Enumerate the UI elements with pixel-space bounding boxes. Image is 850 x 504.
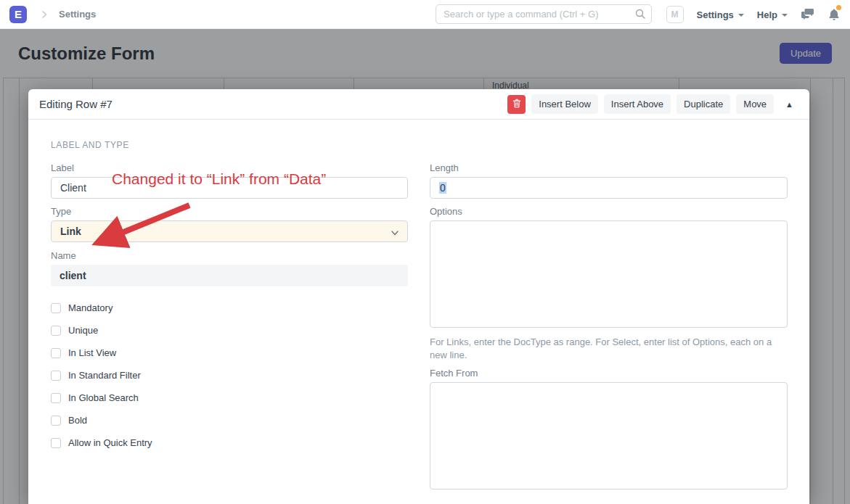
duplicate-button[interactable]: Duplicate	[677, 94, 730, 114]
chevron-up-icon: ▲	[785, 100, 793, 109]
chevron-down-icon	[782, 14, 788, 17]
navbar-right: M Settings Help	[666, 0, 840, 29]
insert-below-button[interactable]: Insert Below	[531, 94, 598, 114]
chevron-down-icon	[738, 14, 744, 17]
length-field-group: Length 0	[430, 162, 788, 199]
chevron-down-icon	[391, 228, 399, 239]
right-column: Length 0 Options For Links, enter the Do…	[430, 140, 788, 504]
collapse-row-button[interactable]: ▲	[780, 97, 799, 112]
section-heading: LABEL AND TYPE	[51, 140, 408, 150]
delete-row-button[interactable]	[507, 95, 526, 114]
options-field-group: Options	[430, 206, 788, 331]
move-button[interactable]: Move	[736, 94, 774, 114]
length-field-label: Length	[430, 162, 788, 173]
checkbox-row[interactable]: Allow in Quick Entry	[51, 431, 408, 454]
checkbox-label: In Global Search	[68, 392, 139, 403]
length-value-selected: 0	[439, 182, 446, 194]
left-column: LABEL AND TYPE Label Type Link Name	[51, 140, 408, 504]
checkbox-label: Bold	[68, 415, 87, 426]
checkbox-unchecked-icon[interactable]	[51, 393, 61, 403]
settings-dropdown-label: Settings	[697, 9, 734, 20]
user-avatar[interactable]: M	[666, 6, 684, 23]
settings-dropdown[interactable]: Settings	[697, 9, 744, 20]
checkbox-row[interactable]: Bold	[51, 409, 408, 431]
breadcrumb-chevron-icon	[38, 9, 50, 20]
checkbox-list: Mandatory Unique In List View	[51, 297, 408, 454]
name-field-label: Name	[51, 250, 408, 261]
type-field-label: Type	[51, 206, 408, 217]
checkbox-unchecked-icon[interactable]	[51, 303, 61, 313]
checkbox-row[interactable]: Mandatory	[51, 297, 408, 319]
checkbox-row[interactable]: Unique	[51, 319, 408, 342]
checkbox-row[interactable]: In List View	[51, 342, 408, 364]
row-actions: Insert Below Insert Above Duplicate Move…	[507, 94, 799, 114]
type-field-group: Type Link	[51, 206, 408, 242]
global-search	[436, 4, 652, 24]
trash-icon	[512, 99, 521, 110]
checkbox-label: In Standard Filter	[68, 370, 141, 381]
checkbox-label: Allow in Quick Entry	[68, 437, 152, 448]
insert-above-button[interactable]: Insert Above	[604, 94, 671, 114]
name-field-group: Name client	[51, 250, 408, 286]
help-dropdown-label: Help	[757, 9, 777, 20]
checkbox-row[interactable]: In Global Search	[51, 387, 408, 409]
label-input[interactable]	[51, 177, 408, 199]
checkbox-label: Mandatory	[68, 302, 113, 313]
options-field-label: Options	[430, 206, 788, 217]
name-field-value: client	[60, 270, 86, 281]
notifications-bell-icon[interactable]	[828, 8, 840, 21]
fetch-from-textarea[interactable]	[430, 382, 788, 489]
name-readonly-field: client	[51, 265, 408, 286]
type-select-value: Link	[60, 226, 81, 237]
breadcrumb[interactable]: Settings	[59, 9, 96, 20]
spacer	[430, 140, 788, 162]
checkbox-unchecked-icon[interactable]	[51, 438, 61, 448]
navbar: E Settings M Settings Help	[0, 0, 850, 29]
search-icon	[634, 8, 646, 22]
checkbox-label: Unique	[68, 325, 98, 336]
options-help-text: For Links, enter the DocType as range. F…	[430, 336, 788, 361]
length-input[interactable]: 0	[430, 177, 788, 199]
label-field-group: Label	[51, 162, 408, 199]
checkbox-label: In List View	[68, 347, 116, 358]
checkbox-row[interactable]: In Standard Filter	[51, 364, 408, 387]
checkbox-unchecked-icon[interactable]	[51, 326, 61, 336]
options-textarea[interactable]	[430, 220, 788, 328]
label-field-label: Label	[51, 162, 408, 173]
chat-icon[interactable]	[801, 8, 815, 21]
checkbox-unchecked-icon[interactable]	[51, 371, 61, 381]
notification-dot	[836, 5, 841, 10]
fetch-from-field-group: Fetch From	[430, 368, 788, 492]
type-select[interactable]: Link	[51, 220, 408, 242]
app-logo[interactable]: E	[9, 6, 27, 23]
editing-row-body: LABEL AND TYPE Label Type Link Name	[28, 120, 809, 504]
checkbox-unchecked-icon[interactable]	[51, 416, 61, 426]
editing-row-panel: Editing Row #7 Insert Below Insert Above…	[28, 89, 809, 504]
checkbox-unchecked-icon[interactable]	[51, 348, 61, 358]
page-content: Customize Form Update Individual Editing…	[0, 29, 850, 504]
editing-row-title: Editing Row #7	[39, 98, 113, 110]
search-input[interactable]	[436, 4, 652, 24]
help-dropdown[interactable]: Help	[757, 9, 788, 20]
editing-row-header: Editing Row #7 Insert Below Insert Above…	[28, 89, 809, 120]
fetch-from-field-label: Fetch From	[430, 368, 788, 379]
